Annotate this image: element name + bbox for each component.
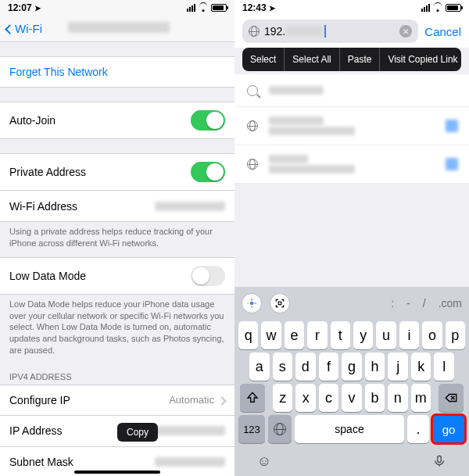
subnet-mask-value [155,457,225,467]
status-time: 12:43 [242,2,267,13]
status-bar: 12:43 ➤ [234,0,469,16]
key-h[interactable]: h [365,353,385,381]
status-icons [187,4,227,12]
low-data-toggle[interactable] [191,266,225,286]
battery-icon [211,4,227,12]
key-g[interactable]: g [342,353,362,381]
wifi-icon [433,5,442,12]
key-o[interactable]: o [422,321,442,349]
suggestion-row[interactable] [234,74,469,107]
auto-join-toggle[interactable] [191,110,225,131]
key-z[interactable]: z [273,384,292,412]
clear-button[interactable]: ✕ [399,25,412,38]
key-f[interactable]: f [319,353,339,381]
key-c[interactable]: c [319,384,338,412]
private-address-toggle[interactable] [191,162,225,182]
menu-visit-link[interactable]: Visit Copied Link [380,48,461,71]
key-backspace[interactable] [439,384,464,412]
wifi-settings-screen: 12:07 ➤ Wi-Fi Forget This Network Auto-J… [0,0,234,476]
cancel-button[interactable]: Cancel [424,25,461,38]
key-v[interactable]: v [342,384,361,412]
kb-shortcut[interactable]: : [391,297,394,310]
voice-search-icon[interactable] [242,293,262,313]
kb-shortcut[interactable]: - [406,297,410,310]
subnet-mask-label: Subnet Mask [9,456,155,468]
key-x[interactable]: x [295,384,315,412]
key-r[interactable]: r [307,321,327,349]
key-k[interactable]: k [411,353,431,381]
cellular-signal-icon [421,4,430,12]
key-t[interactable]: t [331,321,350,349]
key-shift[interactable] [240,384,265,412]
url-text: 192. [264,25,395,38]
key-q[interactable]: q [238,321,258,349]
keyboard-toolbar: : - / .com [237,290,467,318]
nav-bar: Wi-Fi [0,16,234,42]
key-d[interactable]: d [295,353,316,381]
key-n[interactable]: n [388,384,407,412]
ip-address-value [155,426,225,435]
kb-row-2: a s d f g h j k l [238,353,465,381]
low-data-note: Low Data Mode helps reduce your iPhone d… [0,295,234,364]
configure-ip-value: Automatic [169,394,214,406]
suggestion-text [269,115,436,137]
wifi-address-row: Wi-Fi Address [0,191,234,222]
suggestion-row[interactable] [234,145,469,184]
wifi-address-value [155,202,225,211]
home-indicator[interactable] [74,471,160,474]
keyboard: : - / .com q w e r t y u i o p a s d f g… [234,287,469,476]
svg-rect-2 [438,456,442,462]
key-l[interactable]: l [434,353,454,381]
globe-icon [249,26,260,37]
key-m[interactable]: m [411,384,431,412]
wifi-address-label: Wi-Fi Address [9,200,155,213]
battery-icon [446,4,461,12]
nav-title [42,22,195,36]
key-b[interactable]: b [365,384,385,412]
url-input[interactable]: 192. ✕ [242,20,418,43]
cellular-signal-icon [187,4,195,12]
svg-point-0 [250,302,254,306]
key-123[interactable]: 123 [238,415,265,443]
kb-shortcut[interactable]: .com [439,297,462,310]
globe-icon [245,119,260,133]
key-p[interactable]: p [446,321,465,349]
key-i[interactable]: i [399,321,419,349]
menu-select[interactable]: Select [242,48,285,71]
suggestion-row[interactable] [234,107,469,145]
dictation-button[interactable] [431,453,448,470]
key-w[interactable]: w [261,321,281,349]
key-j[interactable]: j [388,353,408,381]
configure-ip-row[interactable]: Configure IP Automatic [0,385,234,416]
menu-select-all[interactable]: Select All [285,48,339,71]
emoji-button[interactable]: ☺ [256,453,273,470]
key-u[interactable]: u [376,321,396,349]
forget-network-button[interactable]: Forget This Network [0,56,234,88]
globe-icon [274,423,286,435]
key-space[interactable]: space [295,415,404,443]
key-a[interactable]: a [249,353,270,381]
key-globe[interactable] [268,415,292,443]
scan-icon[interactable] [270,293,290,313]
configure-ip-label: Configure IP [9,394,169,406]
back-button[interactable]: Wi-Fi [6,22,42,35]
kb-shortcut[interactable]: / [423,297,426,310]
location-arrow-icon: ➤ [34,4,41,13]
wifi-icon [199,5,208,12]
back-label: Wi-Fi [15,22,42,35]
copy-tooltip[interactable]: Copy [117,423,158,442]
chevron-left-icon [6,22,13,35]
kb-row-4: 123 space . go [238,415,465,443]
key-y[interactable]: y [353,321,373,349]
text-caret [324,25,326,38]
key-e[interactable]: e [285,321,304,349]
private-address-row: Private Address [0,153,234,191]
key-s[interactable]: s [273,353,293,381]
svg-rect-1 [278,302,281,305]
key-period[interactable]: . [407,415,429,443]
menu-paste[interactable]: Paste [340,48,381,71]
location-arrow-icon: ➤ [269,4,275,13]
private-address-label: Private Address [9,166,191,178]
auto-join-row: Auto-Join [0,102,234,139]
key-go[interactable]: go [432,415,465,443]
